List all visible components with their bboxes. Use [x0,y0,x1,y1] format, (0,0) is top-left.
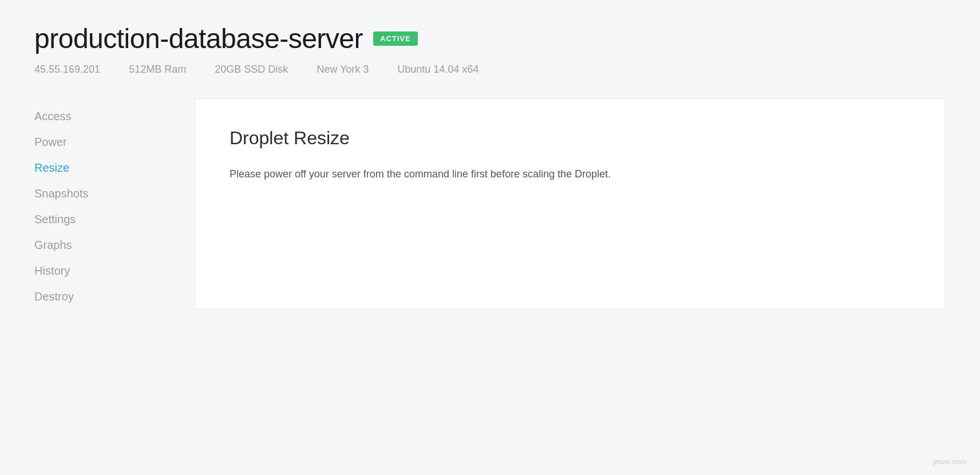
sidebar-item-destroy[interactable]: Destroy [34,284,195,309]
meta-ip: 45.55.169.201 [34,64,100,76]
sidebar-item-resize[interactable]: Resize [34,156,195,180]
content-title: Droplet Resize [230,128,911,149]
sidebar-item-history[interactable]: History [34,259,195,283]
meta-ram: 512MB Ram [129,64,186,76]
sidebar-item-snapshots[interactable]: Snapshots [34,181,195,206]
page-title: production-database-server [34,23,363,54]
meta-region: New York 3 [317,64,369,76]
title-row: production-database-server ACTIVE [34,23,946,54]
meta-disk: 20GB SSD Disk [215,64,288,76]
main-content-panel: Droplet Resize Please power off your ser… [195,98,946,309]
sidebar-item-power[interactable]: Power [34,130,195,155]
server-meta: 45.55.169.201 512MB Ram 20GB SSD Disk Ne… [34,64,946,76]
status-badge: ACTIVE [373,31,418,46]
sidebar-nav: Access Power Resize Snapshots Settings G… [34,104,195,309]
sidebar: Access Power Resize Snapshots Settings G… [34,98,195,309]
content-layout: Access Power Resize Snapshots Settings G… [34,98,946,309]
content-description: Please power off your server from the co… [230,166,911,183]
header: production-database-server ACTIVE 45.55.… [34,23,946,76]
meta-os: Ubuntu 14.04 x64 [397,64,479,76]
page-wrapper: production-database-server ACTIVE 45.55.… [0,0,980,475]
sidebar-item-settings[interactable]: Settings [34,207,195,232]
sidebar-item-access[interactable]: Access [34,104,195,129]
watermark: youxi.com [932,457,966,466]
sidebar-item-graphs[interactable]: Graphs [34,233,195,258]
